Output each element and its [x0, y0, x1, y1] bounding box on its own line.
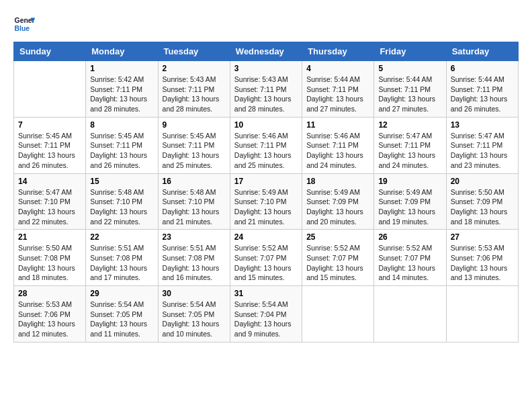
day-number: 30 — [163, 289, 226, 298]
day-number: 3 — [234, 64, 298, 73]
day-number: 2 — [163, 64, 226, 73]
calendar-cell — [446, 286, 518, 342]
day-number: 25 — [306, 232, 369, 242]
day-info: Sunrise: 5:46 AMSunset: 7:11 PMDaylight:… — [234, 131, 298, 171]
svg-text:Blue: Blue — [15, 25, 30, 32]
day-number: 20 — [451, 177, 514, 186]
calendar-cell: 18Sunrise: 5:49 AMSunset: 7:09 PMDayligh… — [302, 173, 374, 230]
day-number: 17 — [234, 177, 298, 186]
calendar-cell: 14Sunrise: 5:47 AMSunset: 7:10 PMDayligh… — [14, 173, 86, 230]
day-info: Sunrise: 5:52 AMSunset: 7:07 PMDaylight:… — [306, 243, 369, 283]
calendar-cell: 27Sunrise: 5:53 AMSunset: 7:06 PMDayligh… — [446, 230, 518, 286]
calendar-cell: 15Sunrise: 5:48 AMSunset: 7:10 PMDayligh… — [86, 173, 158, 230]
col-header-thursday: Thursday — [302, 42, 374, 61]
day-number: 24 — [234, 232, 298, 242]
calendar-cell — [374, 286, 446, 342]
calendar-cell: 13Sunrise: 5:47 AMSunset: 7:11 PMDayligh… — [446, 117, 518, 173]
day-number: 11 — [306, 120, 369, 130]
calendar-table: SundayMondayTuesdayWednesdayThursdayFrid… — [13, 42, 519, 342]
day-info: Sunrise: 5:53 AMSunset: 7:06 PMDaylight:… — [18, 300, 81, 339]
calendar-cell: 24Sunrise: 5:52 AMSunset: 7:07 PMDayligh… — [230, 230, 302, 286]
calendar-cell — [302, 286, 374, 342]
calendar-cell: 10Sunrise: 5:46 AMSunset: 7:11 PMDayligh… — [230, 117, 302, 173]
day-number: 8 — [90, 120, 153, 130]
calendar-cell: 31Sunrise: 5:54 AMSunset: 7:04 PMDayligh… — [230, 286, 302, 342]
day-number: 7 — [18, 120, 81, 130]
day-number: 21 — [18, 232, 81, 242]
calendar-cell: 12Sunrise: 5:47 AMSunset: 7:11 PMDayligh… — [374, 117, 446, 173]
calendar-cell: 7Sunrise: 5:45 AMSunset: 7:11 PMDaylight… — [14, 117, 86, 173]
day-info: Sunrise: 5:44 AMSunset: 7:11 PMDaylight:… — [451, 75, 514, 114]
day-number: 4 — [306, 64, 369, 73]
day-info: Sunrise: 5:52 AMSunset: 7:07 PMDaylight:… — [234, 243, 298, 283]
day-info: Sunrise: 5:49 AMSunset: 7:09 PMDaylight:… — [378, 187, 441, 227]
day-info: Sunrise: 5:54 AMSunset: 7:04 PMDaylight:… — [234, 300, 298, 339]
logo-icon: General Blue — [13, 13, 35, 35]
day-number: 26 — [378, 232, 441, 242]
calendar-cell: 30Sunrise: 5:54 AMSunset: 7:05 PMDayligh… — [158, 286, 230, 342]
col-header-wednesday: Wednesday — [230, 42, 302, 61]
calendar-cell: 2Sunrise: 5:43 AMSunset: 7:11 PMDaylight… — [158, 61, 230, 118]
day-info: Sunrise: 5:50 AMSunset: 7:09 PMDaylight:… — [451, 187, 514, 227]
day-info: Sunrise: 5:48 AMSunset: 7:10 PMDaylight:… — [90, 187, 153, 227]
col-header-sunday: Sunday — [14, 42, 86, 61]
day-number: 22 — [90, 232, 153, 242]
col-header-saturday: Saturday — [446, 42, 518, 61]
day-info: Sunrise: 5:49 AMSunset: 7:10 PMDaylight:… — [234, 187, 298, 227]
calendar-cell: 28Sunrise: 5:53 AMSunset: 7:06 PMDayligh… — [14, 286, 86, 342]
calendar-cell: 6Sunrise: 5:44 AMSunset: 7:11 PMDaylight… — [446, 61, 518, 118]
calendar-cell: 17Sunrise: 5:49 AMSunset: 7:10 PMDayligh… — [230, 173, 302, 230]
day-number: 23 — [163, 232, 226, 242]
day-info: Sunrise: 5:54 AMSunset: 7:05 PMDaylight:… — [90, 300, 153, 339]
day-number: 13 — [451, 120, 514, 130]
day-info: Sunrise: 5:47 AMSunset: 7:10 PMDaylight:… — [18, 187, 81, 227]
calendar-cell: 19Sunrise: 5:49 AMSunset: 7:09 PMDayligh… — [374, 173, 446, 230]
day-number: 16 — [163, 177, 226, 186]
day-info: Sunrise: 5:42 AMSunset: 7:11 PMDaylight:… — [90, 75, 153, 114]
day-info: Sunrise: 5:47 AMSunset: 7:11 PMDaylight:… — [378, 131, 441, 171]
day-number: 12 — [378, 120, 441, 130]
day-number: 9 — [163, 120, 226, 130]
logo: General Blue — [13, 13, 38, 35]
calendar-cell: 3Sunrise: 5:43 AMSunset: 7:11 PMDaylight… — [230, 61, 302, 118]
day-info: Sunrise: 5:44 AMSunset: 7:11 PMDaylight:… — [306, 75, 369, 114]
calendar-cell: 8Sunrise: 5:45 AMSunset: 7:11 PMDaylight… — [86, 117, 158, 173]
calendar-cell: 4Sunrise: 5:44 AMSunset: 7:11 PMDaylight… — [302, 61, 374, 118]
day-info: Sunrise: 5:49 AMSunset: 7:09 PMDaylight:… — [306, 187, 369, 227]
calendar-cell: 1Sunrise: 5:42 AMSunset: 7:11 PMDaylight… — [86, 61, 158, 118]
page-header: General Blue — [13, 13, 519, 35]
col-header-friday: Friday — [374, 42, 446, 61]
day-number: 19 — [378, 177, 441, 186]
day-info: Sunrise: 5:43 AMSunset: 7:11 PMDaylight:… — [234, 75, 298, 114]
calendar-cell: 5Sunrise: 5:44 AMSunset: 7:11 PMDaylight… — [374, 61, 446, 118]
calendar-cell — [14, 61, 86, 118]
day-info: Sunrise: 5:53 AMSunset: 7:06 PMDaylight:… — [451, 243, 514, 283]
calendar-cell: 21Sunrise: 5:50 AMSunset: 7:08 PMDayligh… — [14, 230, 86, 286]
day-info: Sunrise: 5:52 AMSunset: 7:07 PMDaylight:… — [378, 243, 441, 283]
col-header-monday: Monday — [86, 42, 158, 61]
day-number: 28 — [18, 289, 81, 298]
calendar-cell: 20Sunrise: 5:50 AMSunset: 7:09 PMDayligh… — [446, 173, 518, 230]
day-info: Sunrise: 5:54 AMSunset: 7:05 PMDaylight:… — [163, 300, 226, 339]
day-info: Sunrise: 5:45 AMSunset: 7:11 PMDaylight:… — [18, 131, 81, 171]
day-info: Sunrise: 5:47 AMSunset: 7:11 PMDaylight:… — [451, 131, 514, 171]
day-info: Sunrise: 5:43 AMSunset: 7:11 PMDaylight:… — [163, 75, 226, 114]
day-number: 15 — [90, 177, 153, 186]
day-info: Sunrise: 5:45 AMSunset: 7:11 PMDaylight:… — [163, 131, 226, 171]
calendar-cell: 29Sunrise: 5:54 AMSunset: 7:05 PMDayligh… — [86, 286, 158, 342]
calendar-cell: 25Sunrise: 5:52 AMSunset: 7:07 PMDayligh… — [302, 230, 374, 286]
day-info: Sunrise: 5:51 AMSunset: 7:08 PMDaylight:… — [90, 243, 153, 283]
day-number: 31 — [234, 289, 298, 298]
calendar-cell: 22Sunrise: 5:51 AMSunset: 7:08 PMDayligh… — [86, 230, 158, 286]
day-number: 5 — [378, 64, 441, 73]
day-number: 27 — [451, 232, 514, 242]
day-info: Sunrise: 5:45 AMSunset: 7:11 PMDaylight:… — [90, 131, 153, 171]
day-info: Sunrise: 5:50 AMSunset: 7:08 PMDaylight:… — [18, 243, 81, 283]
col-header-tuesday: Tuesday — [158, 42, 230, 61]
day-number: 10 — [234, 120, 298, 130]
calendar-cell: 9Sunrise: 5:45 AMSunset: 7:11 PMDaylight… — [158, 117, 230, 173]
day-info: Sunrise: 5:46 AMSunset: 7:11 PMDaylight:… — [306, 131, 369, 171]
calendar-cell: 11Sunrise: 5:46 AMSunset: 7:11 PMDayligh… — [302, 117, 374, 173]
day-number: 14 — [18, 177, 81, 186]
day-number: 18 — [306, 177, 369, 186]
